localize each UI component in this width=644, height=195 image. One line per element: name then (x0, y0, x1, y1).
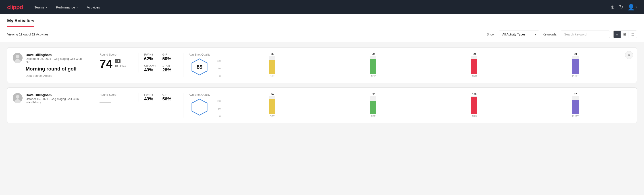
fwgir-grid: FW Hit 43% GIR 56% (144, 93, 178, 102)
user-meta: October 16, 2021 - Gog Magog Golf Club -… (26, 97, 88, 104)
fw-hit-item: FW Hit 43% (144, 93, 160, 102)
round-score-group: Round Score (94, 93, 138, 107)
avatar (13, 93, 22, 103)
bar-chart-container: 10050085OTT90APP89ARG89PUTT (217, 53, 626, 78)
gir-label: GIR (162, 53, 178, 56)
card-stats: Round Score 74 +4 18 Holes FW Hit (94, 53, 631, 78)
round-score-label: Round Score (100, 53, 133, 56)
svg-point-5 (16, 95, 20, 98)
activity-card: ✏ Dave Billingham December 05, 2021 - Go… (7, 47, 637, 83)
card-top: Dave Billingham December 05, 2021 - Gog … (13, 53, 631, 78)
refresh-button[interactable]: ↻ (619, 4, 623, 10)
grid-view-button[interactable]: ⊞ (621, 31, 629, 38)
updown-label: Up/Down (144, 64, 160, 68)
filter-bar: Viewing 12 out of 29 Activities Show: Al… (0, 27, 644, 42)
nav-performance[interactable]: Performance ▾ (55, 0, 79, 14)
user-name: Dave Billingham (26, 53, 88, 57)
logo: clippd (7, 4, 23, 11)
avatar (13, 53, 22, 63)
data-source: Data Source: Arccos (26, 74, 88, 78)
score-badge: +4 (115, 59, 120, 63)
add-button[interactable]: ⊕ (610, 4, 614, 10)
nav-teams[interactable]: Teams ▾ (34, 0, 48, 14)
sub-header: My Activities (0, 14, 644, 27)
round-score-row: 74 +4 18 Holes (100, 58, 133, 70)
keywords-label: Keywords: (543, 32, 557, 36)
card-top: Dave Billingham October 16, 2021 - Gog M… (13, 93, 631, 118)
fw-hit-value: 43% (144, 96, 160, 102)
view-toggle: ≡ ⊞ ☰ (614, 30, 637, 38)
performance-chevron-icon: ▾ (76, 6, 78, 9)
nav: clippd Teams ▾ Performance ▾ Activities … (0, 0, 644, 14)
hexagon-container: Avg Shot Quality (189, 93, 210, 116)
shot-quality-group: Avg Shot Quality 10050094OTT82APP106ARG8… (183, 93, 631, 118)
edit-button[interactable]: ✏ (625, 51, 633, 59)
dense-list-icon: ≡ (616, 32, 618, 36)
dense-list-view-button[interactable]: ≡ (614, 31, 621, 38)
card-stats: Round Score FW Hit 43% GIR 56% (94, 93, 631, 118)
updown-value: 43% (144, 68, 160, 72)
hexagon-container: Avg Shot Quality 89 (189, 53, 210, 76)
holes-label: 18 Holes (115, 64, 126, 68)
main-content: ✏ Dave Billingham December 05, 2021 - Go… (0, 42, 644, 133)
updown-item: Up/Down 43% (144, 64, 160, 72)
svg-point-1 (16, 55, 20, 58)
user-name: Dave Billingham (26, 93, 88, 97)
avg-shot-quality-label: Avg Shot Quality (189, 93, 210, 96)
user-info: Dave Billingham December 05, 2021 - Gog … (13, 53, 88, 78)
teams-chevron-icon: ▾ (46, 6, 47, 9)
viewing-count: Viewing 12 out of 29 Activities (7, 32, 483, 36)
profile-chevron-icon: ▾ (636, 6, 637, 9)
activity-type-select[interactable]: All Activity Types Round Practice (499, 30, 539, 38)
user-details: Dave Billingham December 05, 2021 - Gog … (26, 53, 88, 78)
gir-label: GIR (162, 93, 178, 96)
grid-icon: ⊞ (623, 32, 626, 36)
bar-chart-container: 10050094OTT82APP106ARG87PUTT (217, 93, 626, 118)
shot-quality-group: Avg Shot Quality 89 10050085OTT90APP89AR… (183, 53, 631, 78)
show-label: Show: (487, 32, 496, 36)
list-icon: ☰ (631, 32, 634, 36)
round-score-group: Round Score 74 +4 18 Holes (94, 53, 138, 70)
fw-gir-group: FW Hit 62% GIR 50% Up/Down 43% 1 Putt (138, 53, 183, 72)
list-view-button[interactable]: ☰ (629, 31, 637, 38)
activity-type-select-wrapper[interactable]: All Activity Types Round Practice (499, 30, 539, 38)
fw-gir-group: FW Hit 43% GIR 56% (138, 93, 183, 102)
fw-hit-label: FW Hit (144, 93, 160, 96)
page-title: My Activities (7, 14, 34, 27)
hexagon: 89 (190, 58, 208, 76)
fw-hit-value: 62% (144, 56, 160, 61)
user-details: Dave Billingham October 16, 2021 - Gog M… (26, 93, 88, 104)
activity-card: Dave Billingham October 16, 2021 - Gog M… (7, 88, 637, 123)
gir-item: GIR 50% (162, 53, 178, 61)
hexagon (190, 98, 208, 116)
avg-shot-quality-label: Avg Shot Quality (189, 53, 210, 56)
oneputt-value: 28% (162, 68, 178, 72)
hex-score: 89 (196, 64, 202, 70)
keyword-input[interactable] (561, 30, 610, 38)
oneputt-label: 1 Putt (162, 64, 178, 68)
activity-title: Morning round of golf (26, 66, 88, 72)
round-score-label: Round Score (100, 93, 133, 96)
nav-right: ⊕ ↻ 👤 ▾ (610, 4, 637, 11)
fw-hit-label: FW Hit (144, 53, 160, 56)
fwgir-grid: FW Hit 62% GIR 50% Up/Down 43% 1 Putt (144, 53, 178, 72)
user-meta: December 05, 2021 - Gog Magog Golf Club … (26, 57, 88, 64)
round-score-value: 74 (100, 58, 112, 70)
profile-icon: 👤 (628, 4, 635, 11)
gir-value: 56% (162, 96, 178, 102)
nav-activities[interactable]: Activities (86, 0, 101, 14)
profile-menu[interactable]: 👤 ▾ (628, 4, 637, 11)
user-info: Dave Billingham October 16, 2021 - Gog M… (13, 93, 88, 104)
svg-marker-7 (192, 99, 207, 115)
oneputt-item: 1 Putt 28% (162, 64, 178, 72)
gir-value: 50% (162, 56, 178, 61)
gir-item: GIR 56% (162, 93, 178, 102)
filter-controls: Show: All Activity Types Round Practice … (487, 30, 637, 38)
fw-hit-item: FW Hit 62% (144, 53, 160, 61)
